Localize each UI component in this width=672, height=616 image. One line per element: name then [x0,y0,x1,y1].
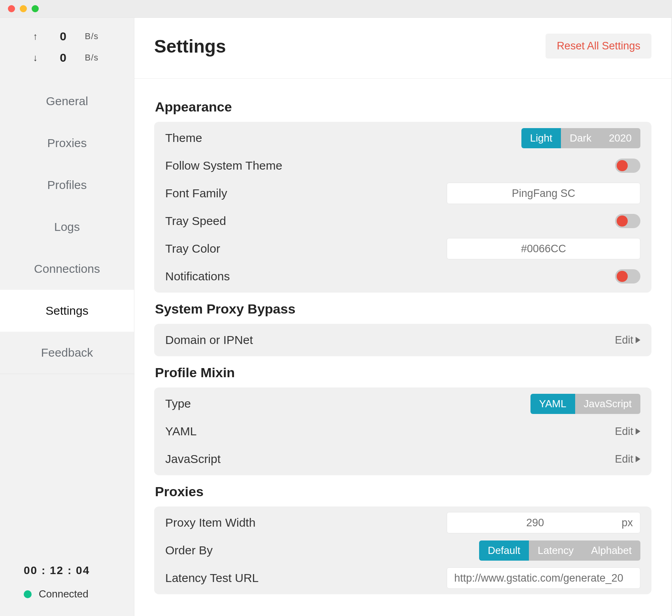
row-domain-ipnet: Domain or IPNet Edit [165,326,640,354]
sidebar-item-feedback[interactable]: Feedback [0,332,134,374]
input-font-family[interactable]: PingFang SC [447,183,640,204]
sidebar-item-profiles[interactable]: Profiles [0,164,134,206]
toggle-knob-icon [617,215,628,227]
label-notifications: Notifications [165,270,230,283]
upload-speed-unit: B/s [85,31,105,42]
sidebar-item-logs[interactable]: Logs [0,206,134,248]
appearance-card: Theme Light Dark 2020 Follow System Them… [154,122,651,293]
sidebar-footer: 00 : 12 : 04 Connected [0,554,134,616]
row-font-family: Font Family PingFang SC [165,180,640,207]
theme-option-light[interactable]: Light [521,128,561,148]
speed-upload-row: ↑ 0 B/s [14,26,120,47]
order-by-option-alphabet[interactable]: Alphabet [582,540,640,561]
page-title: Settings [154,36,226,57]
mixin-type-option-javascript[interactable]: JavaScript [575,394,640,414]
section-title-system-proxy-bypass: System Proxy Bypass [155,301,651,317]
label-domain-ipnet: Domain or IPNet [165,333,253,347]
theme-option-dark[interactable]: Dark [561,128,600,148]
toggle-knob-icon [617,271,628,282]
sidebar-item-connections[interactable]: Connections [0,248,134,290]
row-tray-color: Tray Color #0066CC [165,235,640,263]
edit-label: Edit [615,334,633,346]
label-font-family: Font Family [165,187,227,200]
order-by-segmented: Default Latency Alphabet [479,540,640,561]
reset-all-settings-button[interactable]: Reset All Settings [546,34,651,59]
row-notifications: Notifications [165,263,640,290]
label-tray-speed: Tray Speed [165,214,226,228]
toggle-knob-icon [617,160,628,171]
sidebar-item-general[interactable]: General [0,80,134,122]
maximize-window-button[interactable] [32,5,39,12]
chevron-right-icon [636,428,640,435]
row-mixin-type: Type YAML JavaScript [165,390,640,418]
connection-status: Connected [24,588,122,600]
status-dot-icon [24,590,32,598]
system-proxy-bypass-card: Domain or IPNet Edit [154,324,651,356]
order-by-option-latency[interactable]: Latency [529,540,582,561]
main-scroll: Settings Reset All Settings Appearance T… [134,18,671,616]
sidebar-nav: General Proxies Profiles Logs Connection… [0,80,134,374]
section-title-proxies: Proxies [155,484,651,499]
label-follow-system-theme: Follow System Theme [165,159,282,172]
label-tray-color: Tray Color [165,242,220,255]
download-speed-unit: B/s [85,53,105,63]
label-mixin-yaml: YAML [165,425,196,438]
input-tray-color[interactable]: #0066CC [447,238,640,259]
input-latency-test-url[interactable]: http://www.gstatic.com/generate_20 [447,567,640,589]
label-proxy-item-width: Proxy Item Width [165,516,255,529]
proxies-card: Proxy Item Width 290 px Order By Default… [154,506,651,594]
row-follow-system-theme: Follow System Theme [165,152,640,180]
speed-block: ↑ 0 B/s ↓ 0 B/s [0,18,134,80]
download-speed-value: 0 [53,51,73,64]
label-order-by: Order By [165,544,213,557]
row-latency-test-url: Latency Test URL http://www.gstatic.com/… [165,564,640,592]
order-by-option-default[interactable]: Default [479,540,529,561]
speed-download-row: ↓ 0 B/s [14,47,120,68]
edit-domain-ipnet-button[interactable]: Edit [615,334,640,346]
theme-segmented: Light Dark 2020 [521,128,640,148]
app-frame: ↑ 0 B/s ↓ 0 B/s General Proxies Profiles… [0,17,672,616]
sidebar: ↑ 0 B/s ↓ 0 B/s General Proxies Profiles… [0,18,134,616]
edit-label: Edit [615,453,633,465]
section-title-appearance: Appearance [155,99,651,115]
sidebar-spacer [0,374,134,554]
chevron-right-icon [636,456,640,462]
mixin-type-segmented: YAML JavaScript [530,394,640,414]
settings-content: Appearance Theme Light Dark 2020 Follow … [134,79,671,616]
sidebar-item-proxies[interactable]: Proxies [0,122,134,164]
sidebar-item-settings[interactable]: Settings [0,290,134,332]
proxy-item-width-value: 290 [454,517,616,529]
section-title-profile-mixin: Profile Mixin [155,365,651,380]
row-tray-speed: Tray Speed [165,207,640,235]
minimize-window-button[interactable] [20,5,27,12]
toggle-tray-speed[interactable] [615,214,640,228]
input-proxy-item-width[interactable]: 290 px [447,512,640,533]
edit-mixin-yaml-button[interactable]: Edit [615,425,640,438]
theme-option-2020[interactable]: 2020 [600,128,640,148]
profile-mixin-card: Type YAML JavaScript YAML Edit [154,387,651,475]
edit-mixin-js-button[interactable]: Edit [615,453,640,465]
row-theme: Theme Light Dark 2020 [165,124,640,152]
uptime: 00 : 12 : 04 [24,564,122,588]
page-header: Settings Reset All Settings [134,18,671,79]
label-theme: Theme [165,131,202,145]
row-mixin-yaml: YAML Edit [165,418,640,445]
upload-speed-value: 0 [53,30,73,43]
connection-status-text: Connected [39,588,89,600]
arrow-down-icon: ↓ [30,52,42,63]
toggle-notifications[interactable] [615,269,640,283]
row-order-by: Order By Default Latency Alphabet [165,537,640,564]
label-mixin-js: JavaScript [165,452,221,466]
main: Settings Reset All Settings Appearance T… [134,18,672,616]
proxy-item-width-unit: px [621,517,633,529]
titlebar [0,0,672,17]
row-mixin-js: JavaScript Edit [165,445,640,473]
edit-label: Edit [615,425,633,438]
chevron-right-icon [636,337,640,343]
mixin-type-option-yaml[interactable]: YAML [530,394,575,414]
arrow-up-icon: ↑ [30,31,42,42]
row-proxy-item-width: Proxy Item Width 290 px [165,509,640,537]
close-window-button[interactable] [8,5,15,12]
toggle-follow-system-theme[interactable] [615,159,640,173]
label-latency-test-url: Latency Test URL [165,571,259,585]
